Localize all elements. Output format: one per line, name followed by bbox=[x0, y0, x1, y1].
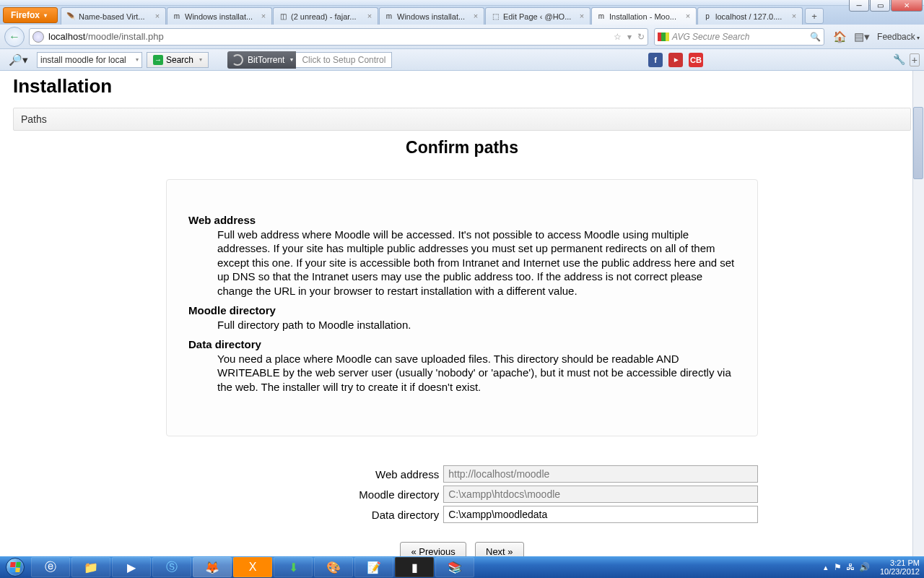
browser-search-input[interactable]: AVG Secure Search 🔍 bbox=[654, 28, 824, 46]
home-icon[interactable]: 🏠 bbox=[833, 30, 847, 43]
tab-close-icon[interactable]: × bbox=[258, 12, 269, 22]
tray-flag-icon[interactable]: ⚑ bbox=[834, 562, 842, 572]
bittorrent-button[interactable]: BitTorrent bbox=[227, 51, 296, 69]
moodle-directory-label: Moodle directory bbox=[166, 488, 443, 501]
browser-tab[interactable]: mWindows installat...× bbox=[379, 7, 484, 25]
page-title: Installation bbox=[13, 75, 911, 98]
tab-favicon: m bbox=[596, 12, 606, 22]
url-toolbar: ← localhost/moodle/install.php ☆ ▾ ↻ AVG… bbox=[0, 25, 924, 49]
browser-tab[interactable]: mWindows installat...× bbox=[167, 7, 272, 25]
tab-favicon: m bbox=[172, 12, 182, 22]
data-directory-input[interactable] bbox=[443, 506, 758, 523]
section-description: Full directory path to Moodle installati… bbox=[217, 318, 736, 332]
tab-close-icon[interactable]: × bbox=[152, 12, 162, 22]
bittorrent-icon bbox=[232, 54, 243, 66]
browser-tab[interactable]: ◫(2 unread) - fajar...× bbox=[273, 7, 378, 25]
taskbar-cmd[interactable]: ▮ bbox=[395, 557, 434, 577]
taskbar-idm[interactable]: ⬇ bbox=[274, 557, 313, 577]
section-term: Data directory bbox=[188, 337, 736, 352]
taskbar-winrar[interactable]: 📚 bbox=[435, 557, 474, 577]
taskbar-paint[interactable]: 🎨 bbox=[314, 557, 353, 577]
tray-show-hidden-icon[interactable]: ▴ bbox=[824, 563, 828, 572]
tray-clock[interactable]: 3:21 PM 10/23/2012 bbox=[880, 558, 920, 576]
firefox-menu-button[interactable]: Firefox bbox=[3, 7, 58, 23]
tab-label: Windows installat... bbox=[185, 12, 256, 21]
scrollbar-thumb[interactable] bbox=[913, 107, 923, 179]
scrollbar-track[interactable] bbox=[912, 71, 924, 556]
description-panel: Web addressFull web address where Moodle… bbox=[166, 179, 758, 436]
toolbar-search-field[interactable]: install moodle for local bbox=[37, 52, 142, 68]
tray-network-icon[interactable]: 🖧 bbox=[846, 562, 855, 572]
tab-label: Windows installat... bbox=[397, 12, 468, 21]
add-icon[interactable]: + bbox=[910, 53, 920, 66]
taskbar-notepad[interactable]: 📝 bbox=[354, 557, 393, 577]
tab-favicon: p bbox=[702, 12, 712, 22]
bookmarks-icon[interactable]: ▤▾ bbox=[854, 30, 870, 43]
web-address-label: Web address bbox=[166, 468, 443, 480]
browser-tab[interactable]: 🪶Name-based Virt...× bbox=[61, 7, 166, 25]
taskbar-skype[interactable]: Ⓢ bbox=[152, 557, 191, 577]
reload-icon[interactable]: ↻ bbox=[637, 32, 645, 42]
taskbar-xampp[interactable]: X bbox=[233, 557, 272, 577]
paths-form: Web address Moodle directory Data direct… bbox=[166, 465, 758, 556]
moodle-directory-input bbox=[443, 486, 758, 503]
search-submit-icon[interactable]: 🔍 bbox=[810, 32, 821, 42]
section-term: Moodle directory bbox=[188, 303, 736, 318]
section-description: You need a place where Moodle can save u… bbox=[217, 352, 736, 394]
toolbar-search-icon[interactable]: 🔎▾ bbox=[9, 53, 28, 66]
tab-label: Edit Page ‹ @HO... bbox=[503, 12, 574, 21]
bittorrent-setup-field[interactable]: Click to Setup Control bbox=[296, 52, 392, 68]
windows-taskbar: ⓔ 📁 ▶ Ⓢ 🦊 X ⬇ 🎨 📝 ▮ 📚 ▴ ⚑ 🖧 🔊 3:21 PM 10… bbox=[0, 556, 924, 578]
toolbar-search-button[interactable]: → Search bbox=[147, 52, 209, 68]
section-term: Web address bbox=[188, 213, 736, 228]
avg-icon bbox=[658, 33, 669, 41]
browser-tab[interactable]: mInstallation - Moo...× bbox=[591, 7, 697, 25]
tab-label: (2 unread) - fajar... bbox=[291, 12, 362, 21]
tab-label: Installation - Moo... bbox=[609, 12, 680, 21]
window-close-button[interactable]: ✕ bbox=[891, 0, 923, 12]
page-content: Installation Paths Confirm paths Web add… bbox=[0, 71, 924, 556]
section-heading: Confirm paths bbox=[13, 138, 911, 158]
breadcrumb: Paths bbox=[13, 108, 911, 131]
browser-tab[interactable]: ⬚Edit Page ‹ @HO...× bbox=[485, 7, 590, 25]
feedback-button[interactable]: Feedback bbox=[877, 32, 920, 42]
youtube-icon[interactable]: ▶ bbox=[668, 53, 683, 67]
browser-tab-strip: Firefox 🪶Name-based Virt...×mWindows ins… bbox=[0, 6, 924, 25]
taskbar-mediaplayer[interactable]: ▶ bbox=[112, 557, 151, 577]
tab-close-icon[interactable]: × bbox=[577, 12, 587, 22]
tab-close-icon[interactable]: × bbox=[365, 12, 375, 22]
tab-close-icon[interactable]: × bbox=[789, 12, 799, 22]
taskbar-explorer[interactable]: 📁 bbox=[71, 557, 110, 577]
addon-toolbar: 🔎▾ install moodle for local → Search Bit… bbox=[0, 49, 924, 71]
previous-button[interactable]: « Previous bbox=[400, 542, 466, 556]
tab-label: localhost / 127.0.... bbox=[715, 12, 786, 21]
tab-label: Name-based Virt... bbox=[79, 12, 149, 21]
facebook-icon[interactable]: f bbox=[648, 53, 663, 67]
system-tray[interactable]: ▴ ⚑ 🖧 🔊 3:21 PM 10/23/2012 bbox=[824, 558, 920, 576]
taskbar-firefox[interactable]: 🦊 bbox=[193, 557, 232, 577]
window-maximize-button[interactable]: ▭ bbox=[870, 0, 890, 12]
bookmark-star-icon[interactable]: ☆ bbox=[614, 32, 622, 42]
tab-favicon: ⬚ bbox=[490, 12, 500, 22]
tab-favicon: ◫ bbox=[278, 12, 288, 22]
new-tab-button[interactable]: + bbox=[805, 8, 824, 24]
section-description: Full web address where Moodle will be ac… bbox=[217, 228, 736, 298]
next-button[interactable]: Next » bbox=[475, 542, 524, 556]
web-address-input bbox=[443, 465, 758, 483]
start-button[interactable] bbox=[0, 556, 30, 578]
cb-icon[interactable]: CB bbox=[689, 53, 703, 67]
taskbar-ie[interactable]: ⓔ bbox=[31, 557, 70, 577]
tab-close-icon[interactable]: × bbox=[683, 12, 693, 22]
url-input[interactable]: localhost/moodle/install.php ☆ ▾ ↻ bbox=[29, 28, 648, 46]
nav-back-button[interactable]: ← bbox=[4, 27, 25, 47]
url-text: localhost/moodle/install.php bbox=[48, 31, 614, 42]
tab-favicon: 🪶 bbox=[66, 12, 76, 22]
window-minimize-button[interactable]: ─ bbox=[849, 0, 869, 12]
settings-icon[interactable]: 🔧 bbox=[893, 53, 905, 66]
window-titlebar: ─ ▭ ✕ bbox=[0, 0, 924, 6]
tab-close-icon[interactable]: × bbox=[471, 12, 481, 22]
data-directory-label: Data directory bbox=[166, 509, 443, 521]
browser-tab[interactable]: plocalhost / 127.0....× bbox=[697, 7, 803, 25]
tray-volume-icon[interactable]: 🔊 bbox=[859, 562, 870, 572]
dropdown-icon[interactable]: ▾ bbox=[627, 32, 632, 42]
